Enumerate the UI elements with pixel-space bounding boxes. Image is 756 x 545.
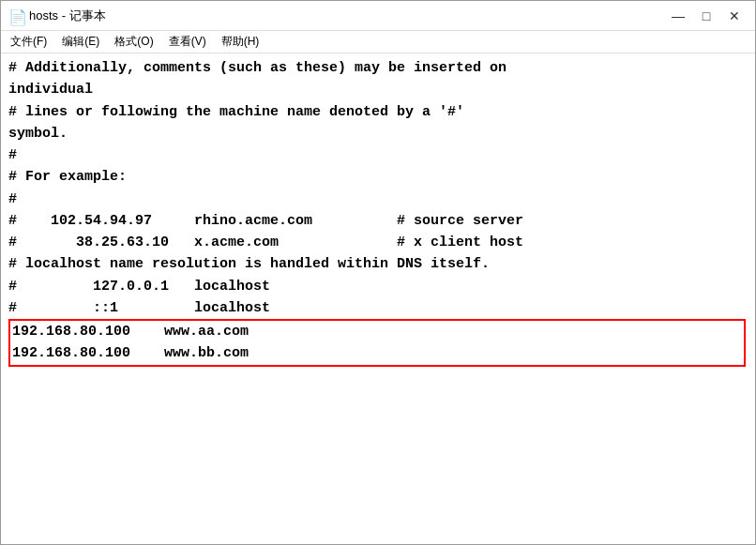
line-6: # For example:: [8, 166, 748, 188]
menu-view[interactable]: 查看(V): [163, 32, 212, 52]
title-bar: 📄 hosts - 记事本 — □ ✕: [1, 1, 755, 31]
menu-help[interactable]: 帮助(H): [216, 32, 265, 52]
line-12: # 127.0.0.1 localhost: [8, 276, 748, 297]
line-13: # ::1 localhost: [8, 297, 748, 319]
line-9: # 38.25.63.10 x.acme.com # x client host: [8, 232, 748, 253]
line-1: # Additionally, comments (such as these)…: [8, 57, 748, 79]
line-8: # 102.54.94.97 rhino.acme.com # source s…: [8, 210, 748, 232]
menu-bar: 文件(F) 编辑(E) 格式(O) 查看(V) 帮助(H): [1, 31, 755, 53]
close-button[interactable]: ✕: [721, 6, 748, 26]
highlighted-entries: 192.168.80.100 www.aa.com 192.168.80.100…: [8, 319, 746, 367]
app-icon: 📄: [8, 8, 23, 23]
menu-edit[interactable]: 编辑(E): [56, 32, 105, 52]
text-content[interactable]: # Additionally, comments (such as these)…: [1, 53, 755, 544]
highlighted-line-2: 192.168.80.100 www.bb.com: [10, 342, 744, 364]
menu-file[interactable]: 文件(F): [5, 32, 53, 52]
line-11: # localhost name resolution is handled w…: [8, 253, 748, 275]
line-7: #: [8, 189, 748, 210]
minimize-button[interactable]: —: [665, 6, 691, 26]
maximize-button[interactable]: □: [693, 6, 719, 26]
line-2: individual: [8, 79, 748, 100]
title-bar-controls: — □ ✕: [665, 6, 748, 26]
menu-format[interactable]: 格式(O): [109, 32, 159, 52]
line-3: # lines or following the machine name de…: [8, 101, 748, 123]
window-title: hosts - 记事本: [29, 8, 106, 24]
line-5: #: [8, 144, 748, 166]
notepad-window: 📄 hosts - 记事本 — □ ✕ 文件(F) 编辑(E) 格式(O) 查看…: [0, 0, 756, 545]
title-bar-left: 📄 hosts - 记事本: [8, 8, 106, 24]
line-4: symbol.: [8, 123, 748, 144]
highlighted-line-1: 192.168.80.100 www.aa.com: [10, 321, 744, 342]
